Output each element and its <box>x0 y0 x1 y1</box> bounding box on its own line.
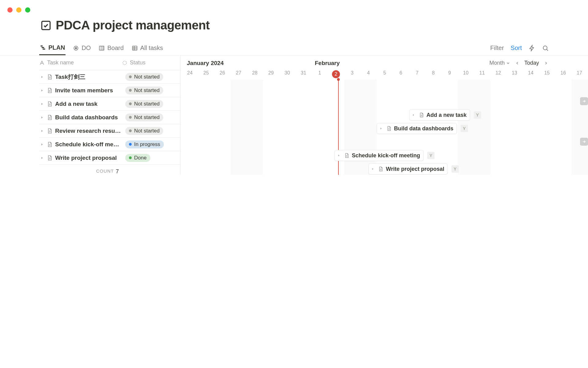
checklist-icon <box>40 20 51 31</box>
status-text: Not started <box>134 128 160 134</box>
task-name[interactable]: Review research results <box>55 128 121 134</box>
timeline-bar[interactable]: Add a new task <box>409 109 470 121</box>
search-button[interactable] <box>542 45 549 52</box>
timeline-next-button[interactable] <box>543 60 549 66</box>
tab-board[interactable]: Board <box>98 41 124 55</box>
table-row[interactable]: Schedule kick-off meetingIn progress <box>39 138 180 151</box>
count-label: COUNT <box>96 168 114 175</box>
day-label: 25 <box>203 70 209 76</box>
table-row[interactable]: Invite team membersNot started <box>39 84 180 97</box>
page-icon <box>47 128 53 134</box>
page-icon <box>378 166 383 172</box>
assignee-badge[interactable]: Y <box>461 125 468 132</box>
bar-label: Add a new task <box>427 112 467 118</box>
status-badge[interactable]: Not started <box>125 86 163 94</box>
day-label: 11 <box>479 70 485 76</box>
chevron-left-icon <box>515 61 519 65</box>
status-badge[interactable]: Not started <box>125 127 163 135</box>
status-text: Not started <box>134 114 160 121</box>
assignee-badge[interactable]: Y <box>427 152 435 159</box>
target-icon <box>73 45 79 51</box>
task-name[interactable]: Schedule kick-off meeting <box>55 141 121 148</box>
arrow-right-icon <box>582 140 586 144</box>
expand-caret-icon[interactable] <box>39 116 45 119</box>
search-icon <box>542 45 549 52</box>
page-icon <box>47 101 53 107</box>
page-icon <box>47 141 53 148</box>
filter-button[interactable]: Filter <box>490 44 504 52</box>
expand-caret-icon[interactable] <box>39 75 45 79</box>
page-icon <box>419 112 424 118</box>
day-label-today: 2 <box>332 70 340 78</box>
expand-caret-icon[interactable] <box>39 156 45 160</box>
timeline-bar[interactable]: Write project proposal <box>368 163 448 174</box>
timeline-prev-button[interactable] <box>514 60 520 66</box>
scroll-to-item-button[interactable] <box>580 138 588 146</box>
bar-label: Build data dashboards <box>394 125 454 132</box>
expand-caret-icon[interactable] <box>39 102 45 106</box>
column-name-header[interactable]: Task name <box>47 59 74 66</box>
expand-caret-icon[interactable] <box>39 143 45 146</box>
timeline-scale-dropdown[interactable]: Month <box>489 60 510 66</box>
chevron-down-icon <box>506 61 510 65</box>
zoom-window-icon[interactable] <box>25 7 30 13</box>
table-row[interactable]: Review research resultsNot started <box>39 124 180 138</box>
table-row[interactable]: Build data dashboardsNot started <box>39 111 180 124</box>
minimize-window-icon[interactable] <box>16 7 21 13</box>
tab-do[interactable]: DO <box>72 41 91 55</box>
status-badge[interactable]: In progress <box>125 140 164 148</box>
status-badge[interactable]: Not started <box>125 73 163 81</box>
expand-caret-icon[interactable] <box>379 127 384 130</box>
row-count: COUNT 7 <box>39 165 180 175</box>
timeline[interactable]: January 2024February Month Today 2425262… <box>181 56 588 175</box>
automations-button[interactable] <box>529 45 535 52</box>
month-label: February <box>315 60 340 67</box>
status-text: Not started <box>134 87 160 94</box>
tab-all-tasks[interactable]: All tasks <box>131 41 164 55</box>
timeline-today-button[interactable]: Today <box>524 60 539 66</box>
table-icon <box>132 45 138 51</box>
expand-caret-icon[interactable] <box>371 167 375 171</box>
day-label: 16 <box>560 70 566 76</box>
assignee-badge[interactable]: Y <box>451 165 459 173</box>
page-icon <box>47 114 53 121</box>
task-name[interactable]: Write project proposal <box>55 155 117 161</box>
assignee-badge[interactable]: Y <box>474 111 481 119</box>
task-name[interactable]: Add a new task <box>55 101 97 107</box>
window-traffic-lights <box>7 7 30 13</box>
close-window-icon[interactable] <box>7 7 13 13</box>
task-name[interactable]: Task打剑三 <box>55 73 85 81</box>
svg-rect-2 <box>42 47 44 48</box>
task-name[interactable]: Invite team members <box>55 87 113 94</box>
scroll-to-item-button[interactable] <box>580 97 588 105</box>
expand-caret-icon[interactable] <box>412 113 416 117</box>
bar-label: Write project proposal <box>386 166 444 172</box>
expand-caret-icon[interactable] <box>39 129 45 133</box>
expand-caret-icon[interactable] <box>337 154 341 157</box>
table-row[interactable]: Task打剑三Not started <box>39 70 180 84</box>
expand-caret-icon[interactable] <box>39 89 45 92</box>
chevron-right-icon <box>544 61 548 65</box>
bar-label: Schedule kick-off meeting <box>352 152 420 159</box>
page-icon <box>386 126 392 131</box>
column-status-header[interactable]: Status <box>130 59 145 66</box>
tab-plan[interactable]: PLAN <box>39 41 66 55</box>
status-text: In progress <box>134 141 160 148</box>
timeline-bar[interactable]: Build data dashboards <box>377 123 457 134</box>
status-badge[interactable]: Not started <box>125 113 163 121</box>
status-badge[interactable]: Done <box>125 154 150 162</box>
svg-rect-3 <box>43 48 45 49</box>
arrow-right-icon <box>582 99 586 103</box>
task-name[interactable]: Build data dashboards <box>55 114 118 121</box>
day-label: 29 <box>268 70 274 76</box>
day-label: 6 <box>400 70 402 76</box>
day-label: 9 <box>448 70 451 76</box>
sort-button[interactable]: Sort <box>511 44 522 52</box>
table-row[interactable]: Add a new taskNot started <box>39 97 180 111</box>
table-row[interactable]: Write project proposalDone <box>39 151 180 165</box>
timeline-bar[interactable]: Schedule kick-off meeting <box>334 150 424 161</box>
page-title[interactable]: PDCA project management <box>56 18 210 32</box>
status-badge[interactable]: Not started <box>125 100 163 108</box>
day-label: 17 <box>577 70 582 76</box>
day-label: 8 <box>432 70 435 76</box>
